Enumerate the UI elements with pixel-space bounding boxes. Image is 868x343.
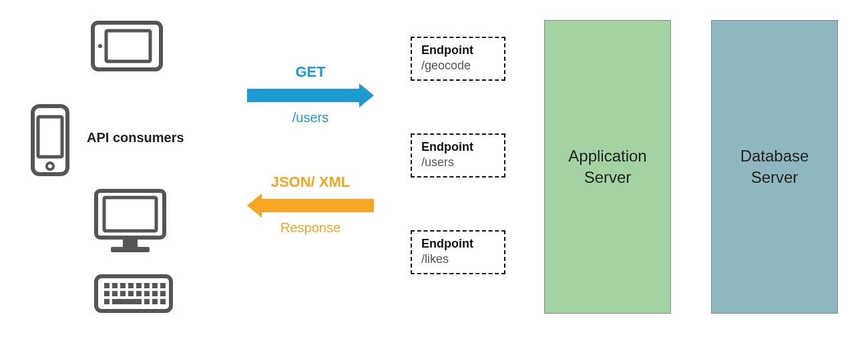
database-server-block: Database Server: [711, 20, 838, 314]
svg-rect-9: [111, 247, 150, 252]
svg-rect-23: [136, 291, 142, 296]
svg-rect-16: [144, 283, 150, 288]
svg-rect-24: [144, 291, 150, 296]
desktop-icon: [87, 187, 174, 270]
request-method-label: GET: [247, 63, 374, 81]
endpoint-title: Endpoint: [421, 140, 495, 154]
endpoint-box-geocode: Endpoint /geocode: [411, 37, 505, 81]
api-consumers-label: API consumers: [87, 130, 184, 145]
response-label: Response: [247, 220, 374, 236]
svg-rect-27: [104, 299, 110, 304]
arrow-right-icon: [247, 83, 374, 107]
arrow-left-icon: [247, 194, 374, 218]
application-server-block: Application Server: [544, 20, 671, 314]
svg-rect-8: [123, 238, 138, 247]
database-server-label: Database Server: [718, 145, 831, 189]
phone-icon: [30, 103, 70, 180]
svg-rect-22: [128, 291, 134, 296]
svg-rect-1: [106, 31, 150, 61]
svg-rect-21: [120, 291, 126, 296]
endpoint-title: Endpoint: [421, 43, 495, 57]
response-format-label: JSON/ XML: [247, 174, 374, 191]
svg-rect-26: [160, 291, 166, 296]
svg-rect-11: [104, 283, 110, 288]
response-arrow-group: JSON/ XML Response: [247, 174, 374, 236]
application-server-label: Application Server: [552, 145, 664, 189]
svg-rect-7: [104, 198, 156, 231]
svg-rect-13: [120, 283, 126, 288]
svg-rect-14: [128, 283, 134, 288]
tablet-icon: [90, 20, 164, 75]
svg-rect-20: [112, 291, 118, 296]
request-path-label: /users: [247, 110, 374, 125]
svg-rect-15: [136, 283, 142, 288]
endpoint-box-users: Endpoint /users: [411, 133, 505, 178]
endpoint-path: /users: [421, 155, 495, 169]
svg-rect-12: [112, 283, 118, 288]
architecture-diagram: API consumers GET /users JSON/ XML Respo…: [0, 0, 868, 343]
endpoint-title: Endpoint: [421, 237, 495, 251]
svg-rect-17: [152, 283, 158, 288]
svg-rect-28: [112, 299, 142, 304]
svg-rect-30: [152, 299, 158, 304]
svg-rect-18: [160, 283, 166, 288]
endpoint-box-likes: Endpoint /likes: [411, 230, 505, 274]
svg-point-5: [47, 163, 53, 169]
svg-rect-4: [38, 117, 62, 157]
svg-rect-31: [160, 299, 166, 304]
svg-point-2: [98, 44, 102, 48]
svg-rect-19: [104, 291, 110, 296]
endpoint-path: /likes: [421, 252, 495, 266]
endpoint-path: /geocode: [421, 59, 495, 73]
request-arrow-group: GET /users: [247, 63, 374, 125]
keyboard-icon: [93, 274, 174, 316]
svg-rect-25: [152, 291, 158, 296]
svg-rect-29: [144, 299, 150, 304]
